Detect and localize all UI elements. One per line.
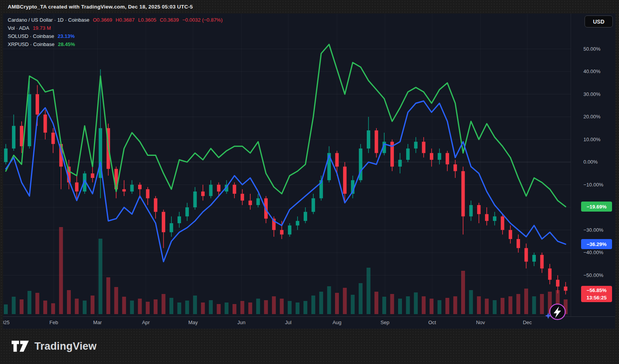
volume-label: Vol · ADA bbox=[8, 25, 29, 31]
xrp-label: XRPUSD · Coinbase bbox=[8, 41, 55, 47]
tradingview-logo-text: TradingView bbox=[34, 340, 97, 352]
bar-countdown-timer: 13:56:25 bbox=[587, 294, 607, 301]
sol-change-value: 23.13% bbox=[58, 33, 75, 39]
ohlc-high: H0.3687 bbox=[116, 17, 135, 23]
legend-row-symbol[interactable]: Cardano / US Dollar · 1D · Coinbase O0.3… bbox=[8, 17, 222, 25]
footer-bar: TradingView bbox=[0, 328, 619, 364]
ohlc-close: C0.3639 bbox=[160, 17, 179, 23]
xrp-change-value: 28.45% bbox=[58, 41, 75, 47]
symbol-title: Cardano / US Dollar · 1D · Coinbase bbox=[8, 17, 89, 23]
price-chart-canvas[interactable] bbox=[0, 0, 619, 364]
legend-row-volume[interactable]: Vol · ADA 19.73 M bbox=[8, 25, 222, 33]
currency-usd-button[interactable]: USD bbox=[585, 15, 613, 27]
ohlc-low: L0.3605 bbox=[138, 17, 156, 23]
sol-price-badge: −36.29% bbox=[581, 239, 612, 249]
lightning-icon bbox=[545, 302, 567, 323]
legend-row-solusd[interactable]: SOLUSD · Coinbase 23.13% bbox=[8, 33, 222, 41]
daily-change: −0.0032 (−0.87%) bbox=[182, 17, 222, 23]
xrp-price-badge: −19.69% bbox=[581, 202, 612, 212]
ohlc-open: O0.3669 bbox=[93, 17, 112, 23]
sol-label: SOLUSD · Coinbase bbox=[8, 33, 54, 39]
chart-legend: Cardano / US Dollar · 1D · Coinbase O0.3… bbox=[8, 17, 222, 50]
tradingview-logo-icon bbox=[12, 340, 29, 353]
tradingview-snapshot-page: { "header": { "title": "AMBCrypto_TA cre… bbox=[0, 0, 619, 364]
tradingview-logo[interactable]: TradingView bbox=[12, 340, 97, 353]
ada-price-badge: −56.85% 13:56:25 bbox=[581, 286, 612, 302]
volume-value: 19.73 M bbox=[33, 25, 51, 31]
ada-last-price: −56.85% bbox=[587, 287, 607, 294]
legend-row-xrpusd[interactable]: XRPUSD · Coinbase 28.45% bbox=[8, 41, 222, 50]
